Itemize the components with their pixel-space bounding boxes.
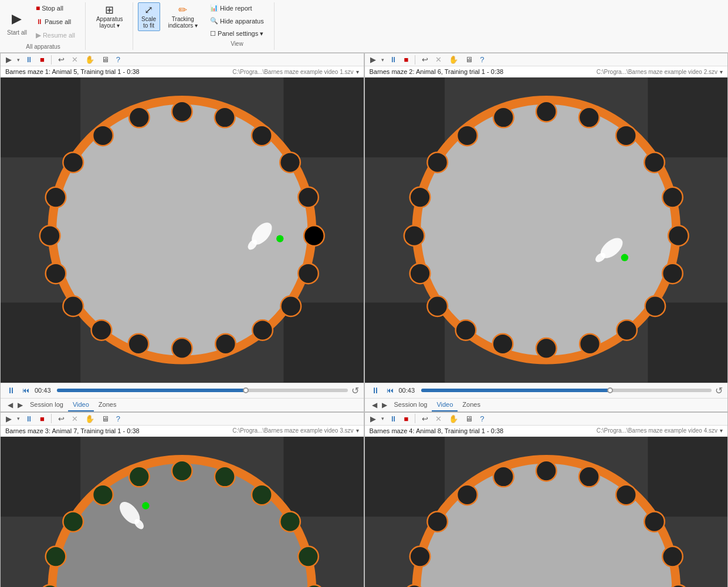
panel-1-dropdown[interactable]: ▾ [356, 69, 359, 75]
p1-stop-btn[interactable]: ■ [38, 55, 46, 65]
svg-point-51 [409, 264, 430, 284]
p3-pause-btn[interactable]: ⏸ [23, 414, 35, 424]
p3-screen-btn[interactable]: 🖥 [100, 414, 111, 424]
hide-report-button[interactable]: 📊 Hide report [206, 2, 268, 14]
p2-ctrl-skip[interactable]: ⏮ [385, 386, 395, 395]
p1-play-btn[interactable]: ▶ [4, 55, 13, 65]
p1-loop-icon[interactable]: ↺ [351, 385, 359, 396]
p2-screen-btn[interactable]: 🖥 [463, 55, 475, 65]
svg-point-13 [298, 264, 319, 284]
p2-play-dropdown[interactable]: ▾ [381, 57, 384, 63]
svg-point-9 [252, 126, 272, 146]
svg-rect-32 [648, 77, 727, 157]
p4-help-btn[interactable]: ? [478, 414, 486, 424]
p4-undo-btn[interactable]: ↩ [420, 414, 430, 424]
panel-3-dropdown[interactable]: ▾ [356, 427, 359, 434]
p2-tab-zones[interactable]: Zones [458, 399, 485, 411]
p3-help-btn[interactable]: ? [114, 414, 122, 424]
p1-undo-btn[interactable]: ↩ [56, 55, 66, 65]
p1-ctrl-skip[interactable]: ⏮ [21, 386, 31, 395]
p3-stop-btn[interactable]: ■ [38, 414, 46, 424]
svg-point-84 [63, 511, 83, 532]
p2-pause-btn[interactable]: ⏸ [388, 55, 399, 65]
p3-play-btn[interactable]: ▶ [4, 414, 13, 424]
p2-undo-btn[interactable]: ↩ [420, 55, 430, 65]
view-label: View [231, 41, 243, 47]
svg-point-22 [40, 225, 60, 246]
tracking-group: ✏ Trackingindicators ▾ [165, 2, 202, 50]
p3-hand-btn[interactable]: ✋ [83, 414, 96, 424]
svg-point-68 [215, 466, 235, 487]
p4-hand-btn[interactable]: ✋ [447, 414, 460, 424]
p1-progress[interactable] [57, 389, 348, 392]
p1-tab-zones[interactable]: Zones [94, 399, 121, 411]
p1-tab-video[interactable]: Video [68, 399, 94, 411]
p3-play-dropdown[interactable]: ▾ [17, 416, 20, 421]
p4-screen-btn[interactable]: 🖥 [463, 414, 475, 424]
p2-help-btn[interactable]: ? [478, 55, 486, 65]
p4-stop-btn[interactable]: ■ [402, 414, 411, 424]
p2-ctrl-pause[interactable]: ⏸ [370, 385, 381, 396]
p1-play-dropdown[interactable]: ▾ [17, 57, 20, 63]
p4-play-btn[interactable]: ▶ [368, 414, 378, 424]
tracking-indicators-button[interactable]: ✏ Trackingindicators ▾ [165, 2, 202, 31]
p2-tab-session-log[interactable]: Session log [390, 399, 432, 411]
panel-settings-button[interactable]: ☐ Panel settings ▾ [206, 28, 268, 39]
p1-pause-btn[interactable]: ⏸ [23, 55, 35, 65]
p1-hand-btn[interactable]: ✋ [83, 55, 96, 65]
svg-point-25 [93, 126, 113, 146]
scale-to-fit-button[interactable]: ⤢ Scaleto fit [138, 2, 160, 31]
p4-sep1 [415, 414, 415, 423]
p1-ctrl-pause[interactable]: ⏸ [5, 385, 17, 396]
svg-point-52 [404, 225, 424, 246]
p1-help-btn[interactable]: ? [114, 55, 122, 65]
svg-point-44 [645, 296, 665, 316]
svg-point-101 [662, 546, 683, 566]
p3-cross-btn[interactable]: ✕ [70, 414, 80, 424]
panel-4-dropdown[interactable]: ▾ [720, 427, 723, 434]
apparatus-layout-button[interactable]: ⊞ Apparatuslayout ▾ [93, 2, 127, 31]
panel-4-titlebar: Barnes maze 4: Animal 8, Training trial … [365, 426, 728, 437]
panel-settings-icon: ☐ [210, 30, 216, 38]
p1-tab-next[interactable]: ▶ [15, 400, 25, 410]
panel-1-tabs: ◀ ▶ Session log Video Zones [1, 398, 364, 411]
p2-stop-btn[interactable]: ■ [402, 55, 411, 65]
p1-tab-prev[interactable]: ◀ [5, 400, 15, 410]
p2-sep1 [415, 55, 415, 65]
p1-screen-btn[interactable]: 🖥 [100, 55, 111, 65]
p1-sep1 [51, 55, 52, 65]
p2-cross-btn[interactable]: ✕ [434, 55, 443, 65]
p2-play-btn[interactable]: ▶ [368, 55, 378, 65]
p2-tab-prev[interactable]: ◀ [370, 400, 380, 410]
p2-tab-video[interactable]: Video [432, 399, 458, 411]
pause-all-button[interactable]: ⏸ Pause all [32, 16, 79, 28]
p2-progress[interactable] [421, 389, 712, 392]
resume-all-button[interactable]: ▶ Resume all [32, 29, 79, 41]
hide-apparatus-button[interactable]: 🔍 Hide apparatus [206, 15, 268, 26]
start-all-button[interactable]: ▶ [9, 8, 25, 29]
panel-2-toolbar: ▶ ▾ ⏸ ■ ↩ ✕ ✋ 🖥 ? [365, 53, 728, 66]
p2-tab-next[interactable]: ▶ [380, 400, 390, 410]
panel-2-dropdown[interactable]: ▾ [720, 69, 723, 75]
svg-point-56 [493, 107, 513, 128]
panel-1-path: C:\Progra...\Barnes maze example video 1… [232, 69, 353, 75]
p2-hand-btn[interactable]: ✋ [447, 55, 460, 65]
p3-undo-btn[interactable]: ↩ [56, 414, 66, 424]
p2-loop-icon[interactable]: ↺ [715, 385, 723, 396]
svg-rect-92 [648, 437, 727, 517]
resume-icon: ▶ [36, 31, 41, 39]
panel-3: ▶ ▾ ⏸ ■ ↩ ✕ ✋ 🖥 ? Barnes maze 3: Animal … [0, 412, 364, 587]
panel-3-toolbar: ▶ ▾ ⏸ ■ ↩ ✕ ✋ 🖥 ? [1, 413, 364, 426]
p1-tab-session-log[interactable]: Session log [25, 399, 68, 411]
stop-all-button[interactable]: ■ Stop all [32, 2, 79, 14]
pause-all-label: Pause all [45, 18, 71, 25]
svg-point-29 [276, 235, 283, 242]
svg-point-39 [616, 126, 636, 146]
svg-point-114 [427, 511, 448, 532]
p4-cross-btn[interactable]: ✕ [434, 414, 443, 424]
hide-report-label: Hide report [220, 5, 252, 12]
p1-cross-btn[interactable]: ✕ [70, 55, 80, 65]
svg-point-49 [455, 320, 476, 340]
p4-pause-btn[interactable]: ⏸ [388, 414, 399, 424]
p4-play-dropdown[interactable]: ▾ [381, 416, 384, 421]
